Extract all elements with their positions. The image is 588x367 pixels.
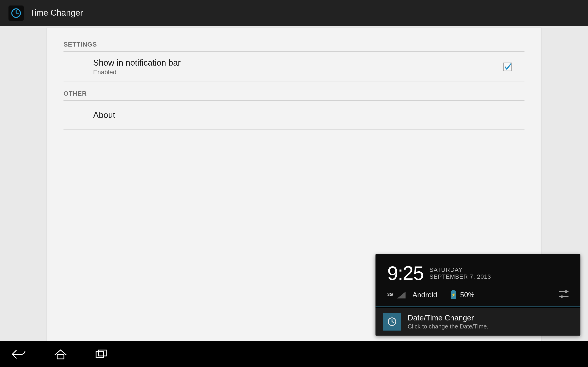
shade-day: SATURDAY xyxy=(430,266,491,273)
row-title: About xyxy=(93,110,115,120)
quick-settings-button[interactable] xyxy=(558,290,569,300)
svg-rect-12 xyxy=(99,350,106,356)
bolt-icon: ⚡ xyxy=(451,293,456,297)
svg-rect-6 xyxy=(561,295,562,298)
shade-header[interactable]: 9:25 SATURDAY SEPTEMBER 7, 2013 xyxy=(376,254,580,289)
home-button[interactable] xyxy=(51,346,70,361)
battery-percent: 50% xyxy=(460,291,475,299)
sliders-icon xyxy=(558,290,569,299)
recents-button[interactable] xyxy=(92,346,112,361)
battery-icon: ⚡ xyxy=(451,291,456,299)
shade-date: SEPTEMBER 7, 2013 xyxy=(430,273,491,280)
row-about[interactable]: About xyxy=(63,101,524,130)
system-nav-bar xyxy=(0,341,588,367)
svg-rect-4 xyxy=(565,290,567,293)
action-bar: Time Changer xyxy=(0,0,588,26)
row-show-in-notification-bar[interactable]: Show in notification bar Enabled xyxy=(63,52,524,82)
section-header-other: OTHER xyxy=(63,82,524,101)
clock-icon xyxy=(10,7,22,19)
back-button[interactable] xyxy=(9,346,29,361)
app-title: Time Changer xyxy=(30,8,83,18)
row-title: Show in notification bar xyxy=(93,58,181,67)
back-icon xyxy=(10,348,27,360)
svg-line-9 xyxy=(392,322,394,323)
section-header-label: OTHER xyxy=(63,90,524,97)
network-type-label: 3G xyxy=(387,292,393,297)
notification-shade: 9:25 SATURDAY SEPTEMBER 7, 2013 3G Andro… xyxy=(376,254,580,336)
checkmark-icon xyxy=(504,63,511,71)
svg-rect-10 xyxy=(57,354,64,359)
home-icon xyxy=(52,348,69,360)
svg-rect-11 xyxy=(96,351,104,357)
signal-icon xyxy=(397,292,406,298)
recents-icon xyxy=(95,348,110,360)
notification-icon xyxy=(383,313,401,331)
section-header-settings: SETTINGS xyxy=(63,28,524,52)
notification-subtitle: Click to change the Date/Time. xyxy=(408,323,489,330)
shade-clock: 9:25 xyxy=(387,262,424,285)
checkbox-show-notif[interactable] xyxy=(503,63,512,71)
section-header-label: SETTINGS xyxy=(63,41,524,48)
clock-icon xyxy=(387,317,397,327)
row-subtitle: Enabled xyxy=(93,69,181,76)
shade-status-row: 3G Android ⚡ 50% xyxy=(376,289,580,307)
app-icon xyxy=(9,5,24,20)
carrier-label: Android xyxy=(413,291,437,299)
notification-title: Date/Time Changer xyxy=(408,314,489,323)
notification-item-date-time-changer[interactable]: Date/Time Changer Click to change the Da… xyxy=(376,307,580,336)
